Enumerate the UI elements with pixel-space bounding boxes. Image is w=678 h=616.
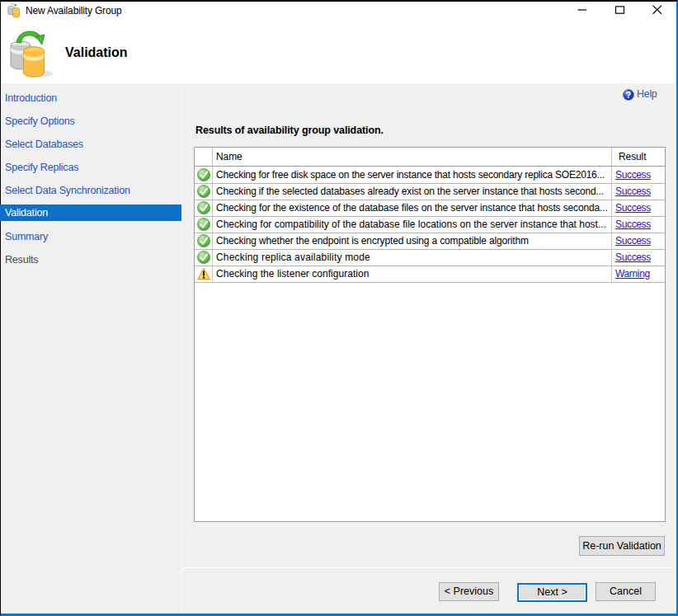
svg-text:?: ? [626, 91, 631, 100]
